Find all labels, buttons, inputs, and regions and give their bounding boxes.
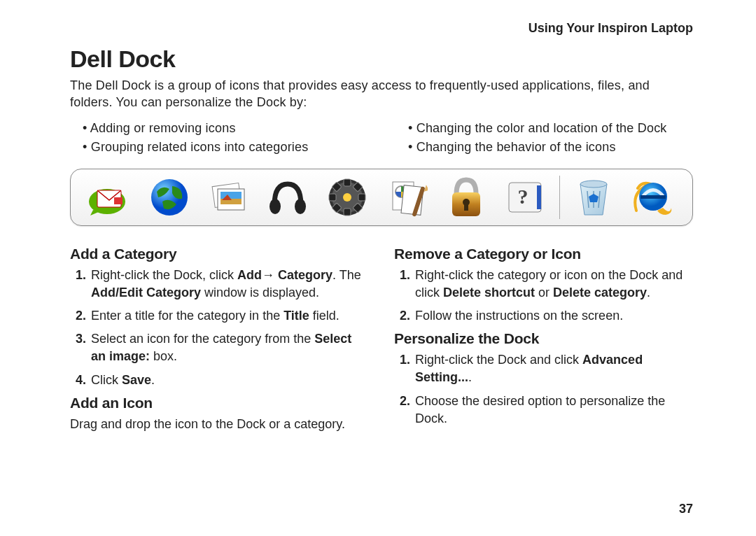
page-number: 37 [679,502,693,516]
remove-category-heading: Remove a Category or Icon [394,246,693,262]
svg-rect-14 [344,209,351,216]
remove-category-steps: Right-click the category or icon on the … [394,267,693,325]
bullet-col-right: Changing the color and location of the D… [396,117,693,159]
dock-separator [559,176,560,219]
page-title: Dell Dock [70,45,693,73]
step-item: Select an icon for the category from the… [90,330,369,365]
step-item: Follow the instructions on the screen. [414,307,693,325]
svg-rect-27 [464,204,468,211]
bullet-item: Grouping related icons into categories [83,140,368,155]
svg-rect-2 [114,197,122,204]
add-category-steps: Right-click the Dock, click Add→ Categor… [70,267,369,389]
step-item: Choose the desired option to personalize… [414,393,693,428]
globe-icon [140,172,200,223]
add-icon-heading: Add an Icon [70,395,369,411]
svg-rect-29 [537,185,541,209]
add-category-heading: Add a Category [70,246,369,262]
step-item: Enter a title for the category in the Ti… [90,307,369,325]
media-icon [318,172,377,223]
recycle-bin-icon [564,172,624,223]
running-header: Using Your Inspiron Laptop [70,21,693,36]
content-columns: Add a Category Right-click the Dock, cli… [70,240,693,436]
pictures-icon [199,172,258,223]
svg-point-12 [343,193,351,202]
personalize-dock-steps: Right-click the Dock and click Advanced … [394,351,693,428]
bullet-item: Changing the color and location of the D… [408,121,693,136]
step-item: Right-click the Dock, click Add→ Categor… [90,267,369,302]
personalize-dock-heading: Personalize the Dock [394,330,693,347]
headphones-icon [258,172,318,223]
bullet-columns: Adding or removing icons Grouping relate… [70,117,693,159]
svg-point-8 [270,199,281,214]
svg-text:?: ? [518,185,528,208]
internet-explorer-icon [623,172,682,223]
dell-dock-bar: ? [70,169,693,226]
svg-rect-16 [358,194,365,201]
mail-icon [80,172,140,223]
svg-rect-15 [329,194,336,201]
svg-point-9 [295,199,306,214]
step-item: Right-click the Dock and click Advanced … [414,351,693,386]
bullet-item: Adding or removing icons [83,121,368,136]
bullet-item: Changing the behavior of the icons [408,140,693,155]
svg-point-31 [580,181,607,188]
documents-icon [377,172,437,223]
svg-point-3 [151,179,188,216]
intro-paragraph: The Dell Dock is a group of icons that p… [70,77,693,111]
left-column: Add a Category Right-click the Dock, cli… [70,240,369,436]
right-column: Remove a Category or Icon Right-click th… [394,240,693,436]
svg-rect-33 [640,195,666,199]
help-icon: ? [496,172,555,223]
bullet-col-left: Adding or removing icons Grouping relate… [70,117,368,159]
manual-page: Using Your Inspiron Laptop Dell Dock The… [0,0,756,536]
step-item: Right-click the category or icon on the … [414,267,693,302]
add-icon-text: Drag and drop the icon to the Dock or a … [70,416,369,433]
svg-rect-13 [344,179,351,186]
security-lock-icon [436,172,496,223]
step-item: Click Save. [90,372,369,389]
